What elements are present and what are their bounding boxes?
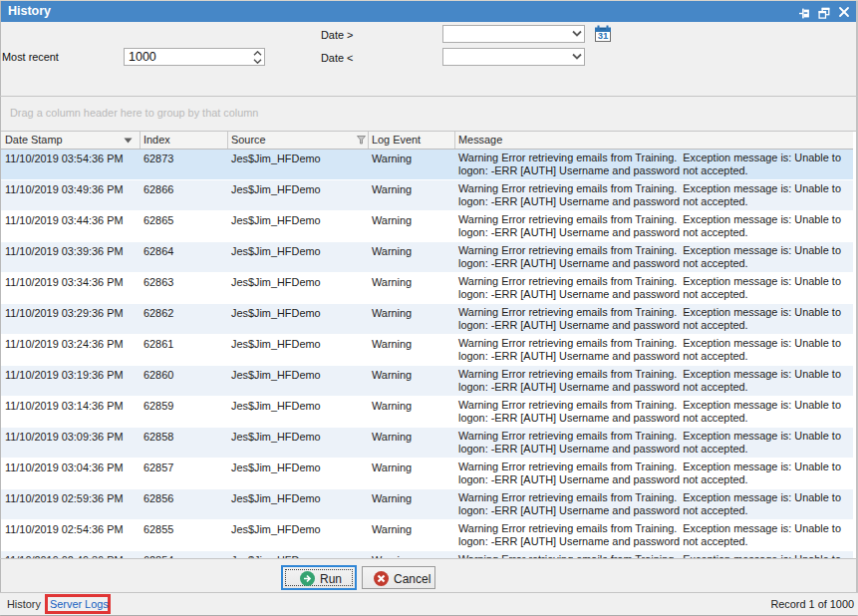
svg-text:31: 31 xyxy=(598,30,609,41)
